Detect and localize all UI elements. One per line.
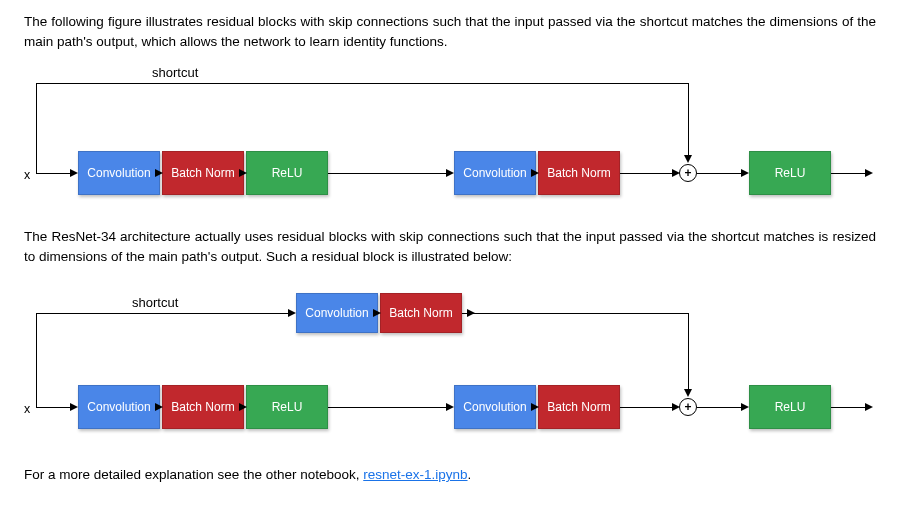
arrowhead-icon: [684, 389, 692, 397]
bn-box-2: Batch Norm: [538, 385, 620, 429]
add-node-icon: +: [679, 164, 697, 182]
arrowhead-icon: [672, 169, 680, 177]
arrowhead-icon: [446, 403, 454, 411]
arrowhead-icon: [741, 169, 749, 177]
line-segment: [36, 83, 688, 84]
x-input-label: x: [24, 400, 30, 419]
line-segment: [36, 407, 72, 408]
arrowhead-icon: [865, 169, 873, 177]
arrowhead-icon: [531, 169, 539, 177]
line-segment: [36, 173, 72, 174]
arrowhead-icon: [741, 403, 749, 411]
relu-box-2: ReLU: [749, 151, 831, 195]
arrowhead-icon: [446, 169, 454, 177]
arrowhead-icon: [531, 403, 539, 411]
arrowhead-icon: [672, 403, 680, 411]
conv-box-1: Convolution: [78, 385, 160, 429]
line-segment: [620, 173, 674, 174]
shortcut-label: shortcut: [152, 63, 198, 83]
relu-box-1: ReLU: [246, 385, 328, 429]
relu-box-2: ReLU: [749, 385, 831, 429]
line-segment: [462, 313, 688, 314]
shortcut-bn-box: Batch Norm: [380, 293, 462, 333]
arrowhead-icon: [70, 403, 78, 411]
notebook-link[interactable]: resnet-ex-1.ipynb: [363, 467, 467, 482]
line-segment: [688, 313, 689, 391]
arrowhead-icon: [70, 169, 78, 177]
line-segment: [697, 173, 743, 174]
arrowhead-icon: [467, 309, 475, 317]
line-segment: [36, 83, 37, 173]
add-node-icon: +: [679, 398, 697, 416]
conv-box-2: Convolution: [454, 385, 536, 429]
conv-box-1: Convolution: [78, 151, 160, 195]
line-segment: [328, 407, 446, 408]
line-segment: [36, 313, 290, 314]
x-input-label: x: [24, 166, 30, 185]
shortcut-label: shortcut: [132, 293, 178, 313]
relu-box-1: ReLU: [246, 151, 328, 195]
conv-box-2: Convolution: [454, 151, 536, 195]
line-segment: [831, 173, 867, 174]
bn-box-1: Batch Norm: [162, 151, 244, 195]
arrowhead-icon: [239, 169, 247, 177]
arrowhead-icon: [239, 403, 247, 411]
line-segment: [328, 173, 446, 174]
arrowhead-icon: [684, 155, 692, 163]
arrowhead-icon: [288, 309, 296, 317]
shortcut-conv-box: Convolution: [296, 293, 378, 333]
p3-suffix-text: .: [468, 467, 472, 482]
arrowhead-icon: [865, 403, 873, 411]
p3-prefix-text: For a more detailed explanation see the …: [24, 467, 363, 482]
bn-box-2: Batch Norm: [538, 151, 620, 195]
diagram-residual-identity: shortcut x Convolution Batch Norm ReLU C…: [24, 61, 876, 209]
line-segment: [831, 407, 867, 408]
line-segment: [36, 313, 37, 407]
arrowhead-icon: [155, 169, 163, 177]
paragraph-1: The following figure illustrates residua…: [24, 12, 876, 53]
line-segment: [688, 83, 689, 157]
diagram-residual-projection: shortcut x Convolution Batch Norm ReLU C…: [24, 275, 876, 447]
line-segment: [697, 407, 743, 408]
arrowhead-icon: [373, 309, 381, 317]
paragraph-3: For a more detailed explanation see the …: [24, 465, 876, 485]
paragraph-2: The ResNet-34 architecture actually uses…: [24, 227, 876, 268]
bn-box-1: Batch Norm: [162, 385, 244, 429]
arrowhead-icon: [155, 403, 163, 411]
line-segment: [620, 407, 674, 408]
